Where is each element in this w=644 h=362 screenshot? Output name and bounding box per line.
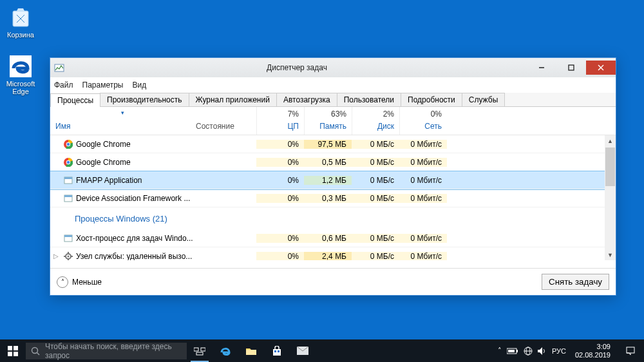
fewer-details-button[interactable]: ˄ Меньше <box>57 276 102 288</box>
cpu-cell: 0% <box>256 234 304 243</box>
edge-icon <box>8 54 33 79</box>
menu-file[interactable]: Файл <box>54 81 73 90</box>
cpu-cell: 0% <box>256 158 304 167</box>
sort-indicator-icon: ▾ <box>121 110 124 116</box>
tray-notifications-icon[interactable] <box>620 346 641 356</box>
process-name: Хост-процесс для задач Windo... <box>75 234 196 243</box>
tab-processes[interactable]: Процессы <box>50 93 100 107</box>
disk-cell: 0 МБ/с <box>352 194 399 203</box>
tray-clock[interactable]: 3:09 02.08.2019 <box>571 343 614 358</box>
taskbar-file-explorer[interactable] <box>238 339 264 362</box>
menu-view[interactable]: Вид <box>132 81 146 90</box>
memory-cell: 0,3 МБ <box>304 194 352 203</box>
search-placeholder: Чтобы начать поиск, введите здесь запрос <box>45 342 182 360</box>
col-network[interactable]: 0% Сеть <box>399 107 447 135</box>
svg-point-9 <box>67 142 70 146</box>
desktop-icon-edge[interactable]: Microsoft Edge <box>3 54 39 95</box>
taskbar-store[interactable] <box>264 339 290 362</box>
svg-rect-32 <box>201 348 205 351</box>
maximize-button[interactable] <box>556 61 586 75</box>
memory-cell: 97,5 МБ <box>304 140 352 149</box>
chrome-icon <box>62 158 75 167</box>
vertical-scrollbar[interactable]: ▲ ▼ <box>605 135 616 260</box>
network-cell: 0 Мбит/с <box>399 252 447 261</box>
expander-icon[interactable]: ▷ <box>50 252 62 260</box>
group-label: Процессы Windows (21) <box>75 214 256 224</box>
tray-language[interactable]: РУС <box>552 347 566 355</box>
network-cell: 0 Мбит/с <box>399 176 447 185</box>
svc-icon <box>62 252 75 261</box>
svg-rect-28 <box>14 352 18 356</box>
search-box[interactable]: Чтобы начать поиск, введите здесь запрос <box>26 343 187 359</box>
col-disk[interactable]: 2% Диск <box>352 107 399 135</box>
network-cell: 0 Мбит/с <box>399 158 447 167</box>
minimize-button[interactable] <box>527 61 556 75</box>
network-cell: 0 Мбит/с <box>399 194 447 203</box>
tab-users[interactable]: Пользователи <box>337 93 401 106</box>
svg-rect-31 <box>194 348 198 351</box>
tabstrip: Процессы Производительность Журнал прило… <box>50 93 616 107</box>
tray-network-icon[interactable] <box>524 347 533 356</box>
process-row[interactable]: Хост-процесс для задач Windo...0%0,6 МБ0… <box>50 229 616 247</box>
taskbar-mail[interactable] <box>290 339 316 362</box>
process-row[interactable]: Device Association Framework ...0%0,3 МБ… <box>50 189 616 207</box>
taskbar-task-view[interactable] <box>187 339 213 362</box>
task-manager-window: Диспетчер задач Файл Параметры Вид Проце… <box>50 57 616 296</box>
process-row[interactable]: Google Chrome0%97,5 МБ0 МБ/с0 Мбит/с <box>50 135 616 153</box>
desktop-icon-label: Корзина <box>3 31 39 39</box>
col-cpu[interactable]: 7% ЦП <box>256 107 304 135</box>
tray-volume-icon[interactable] <box>538 347 547 355</box>
tray-battery-icon[interactable] <box>507 348 518 354</box>
process-name: Device Association Framework ... <box>75 194 196 203</box>
col-name[interactable]: ▾ Имя <box>50 107 196 135</box>
tab-services[interactable]: Службы <box>462 93 505 106</box>
chevron-up-icon: ˄ <box>57 276 68 288</box>
rows-container: Google Chrome0%97,5 МБ0 МБ/с0 Мбит/сGoog… <box>50 135 616 260</box>
recycle-bin-icon <box>8 5 33 30</box>
svg-rect-46 <box>627 347 634 353</box>
memory-cell: 0,6 МБ <box>304 234 352 243</box>
close-button[interactable] <box>586 61 616 75</box>
menu-options[interactable]: Параметры <box>82 81 124 90</box>
tab-app-history[interactable]: Журнал приложений <box>189 93 277 106</box>
tab-performance[interactable]: Производительность <box>100 93 189 106</box>
tab-details[interactable]: Подробности <box>401 93 462 106</box>
app-icon <box>62 234 75 243</box>
svg-line-30 <box>37 352 40 355</box>
cpu-cell: 0% <box>256 140 304 149</box>
network-cell: 0 Мбит/с <box>399 140 447 149</box>
column-headers: ▾ Имя Состояние 7% ЦП 63% Память 2% Диск… <box>50 107 616 135</box>
desktop-icon-recycle-bin[interactable]: Корзина <box>3 5 39 39</box>
desktop-icon-label: Microsoft Edge <box>3 80 39 95</box>
process-row[interactable]: Google Chrome0%0,5 МБ0 МБ/с0 Мбит/с <box>50 153 616 171</box>
process-row[interactable]: FMAPP Application0%1,2 МБ0 МБ/с0 Мбит/с <box>50 171 616 189</box>
tab-startup[interactable]: Автозагрузка <box>276 93 337 106</box>
process-name: FMAPP Application <box>75 176 196 185</box>
col-memory[interactable]: 63% Память <box>304 107 352 135</box>
svg-marker-45 <box>538 347 542 355</box>
col-state[interactable]: Состояние <box>196 107 256 135</box>
network-cell: 0 Мбит/с <box>399 234 447 243</box>
svg-point-29 <box>32 347 38 353</box>
search-icon <box>31 347 40 356</box>
process-name: Google Chrome <box>75 140 196 149</box>
svg-rect-25 <box>8 346 12 350</box>
start-button[interactable] <box>0 339 26 362</box>
cpu-cell: 0% <box>256 194 304 203</box>
end-task-button[interactable]: Снять задачу <box>542 274 609 290</box>
process-row[interactable]: ▷Узел службы: удаленный вызо...0%2,4 МБ0… <box>50 247 616 260</box>
chrome-icon <box>62 140 75 149</box>
scroll-up-icon[interactable]: ▲ <box>605 135 616 146</box>
scroll-thumb[interactable] <box>605 148 615 186</box>
process-grid: ▾ Имя Состояние 7% ЦП 63% Память 2% Диск… <box>50 107 616 260</box>
svg-rect-36 <box>274 350 276 352</box>
taskbar-edge[interactable] <box>213 339 238 362</box>
tray-chevron-up-icon[interactable]: ˄ <box>498 347 502 355</box>
titlebar[interactable]: Диспетчер задач <box>50 58 616 77</box>
window-title: Диспетчер задач <box>67 63 527 72</box>
scroll-down-icon[interactable]: ▼ <box>605 249 616 260</box>
svg-rect-40 <box>516 350 518 352</box>
group-header[interactable]: Процессы Windows (21) <box>50 207 616 229</box>
app-icon <box>62 194 75 203</box>
app-icon <box>62 176 75 185</box>
